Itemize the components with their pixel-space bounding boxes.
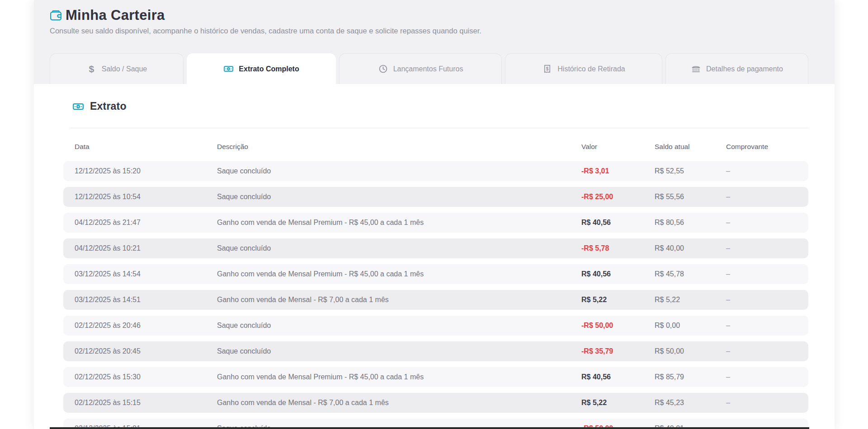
page-subtitle: Consulte seu saldo disponível, acompanhe… xyxy=(34,23,835,35)
transaction-value: R$ 5,22 xyxy=(581,399,655,407)
section-head: Extrato xyxy=(72,100,835,112)
panel-header: Minha Carteira Consulte seu saldo dispon… xyxy=(34,0,835,84)
section-title: Extrato xyxy=(90,100,127,112)
transaction-date: 12/12/2025 às 10:54 xyxy=(75,193,217,201)
transaction-date: 02/12/2025 às 15:15 xyxy=(75,399,217,407)
transaction-date: 03/12/2025 às 14:54 xyxy=(75,270,217,278)
tab-lancamentos-futuros[interactable]: Lançamentos Futuros xyxy=(339,53,502,84)
transaction-description: Ganho com venda de Mensal Premium - R$ 4… xyxy=(217,373,581,381)
transaction-receipt: – xyxy=(726,193,797,201)
transaction-description: Saque concluído xyxy=(217,322,581,330)
transaction-value: -R$ 3,01 xyxy=(581,167,655,175)
transaction-balance: R$ 0,00 xyxy=(655,322,726,330)
clock-icon xyxy=(378,64,388,74)
column-header-comprovante: Comprovante xyxy=(726,143,797,151)
transaction-description: Ganho com venda de Mensal Premium - R$ 4… xyxy=(217,219,581,227)
table-row: 02/12/2025 às 15:15 Ganho com venda de M… xyxy=(63,393,808,413)
svg-text:$: $ xyxy=(546,66,549,71)
table-row: 03/12/2025 às 14:54 Ganho com venda de M… xyxy=(63,264,808,284)
transaction-receipt: – xyxy=(726,322,797,330)
table-header-row: Data Descrição Valor Saldo atual Comprov… xyxy=(63,143,808,151)
divider xyxy=(70,128,808,128)
transaction-receipt: – xyxy=(726,296,797,304)
transaction-value: -R$ 35,79 xyxy=(581,347,655,355)
transaction-description: Saque concluído xyxy=(217,167,581,175)
transaction-value: R$ 40,56 xyxy=(581,373,655,381)
transaction-description: Saque concluído xyxy=(217,244,581,252)
tab-content-extrato: Extrato Data Descrição Valor Saldo atual… xyxy=(34,100,835,429)
column-header-descricao: Descrição xyxy=(217,143,581,151)
transaction-balance: R$ 85,79 xyxy=(655,373,726,381)
table-row: 02/12/2025 às 20:46 Saque concluído -R$ … xyxy=(63,316,808,336)
title-row: Minha Carteira xyxy=(34,0,835,23)
transaction-value: R$ 40,56 xyxy=(581,270,655,278)
transaction-description: Ganho com venda de Mensal Premium - R$ 4… xyxy=(217,270,581,278)
column-header-valor: Valor xyxy=(581,143,655,151)
transaction-date: 02/12/2025 às 20:46 xyxy=(75,322,217,330)
banknote-icon xyxy=(72,101,84,112)
transaction-date: 02/12/2025 às 15:30 xyxy=(75,373,217,381)
bank-icon xyxy=(691,64,701,74)
transaction-description: Ganho com venda de Mensal - R$ 7,00 a ca… xyxy=(217,296,581,304)
column-header-saldo-atual: Saldo atual xyxy=(655,143,726,151)
transaction-description: Saque concluído xyxy=(217,193,581,201)
page-title: Minha Carteira xyxy=(66,7,165,23)
table-row: 03/12/2025 às 14:51 Ganho com venda de M… xyxy=(63,290,808,310)
dollar-icon: $ xyxy=(86,64,97,74)
viewport-bottom-bar xyxy=(50,427,809,429)
column-header-data: Data xyxy=(75,143,217,151)
transaction-balance: R$ 5,22 xyxy=(655,296,726,304)
receipt-dollar-icon: $ xyxy=(542,64,552,74)
table-row: 04/12/2025 às 10:21 Saque concluído -R$ … xyxy=(63,238,808,258)
tab-detalhes-pagamento[interactable]: Detalhes de pagamento xyxy=(665,53,808,84)
transaction-balance: R$ 52,55 xyxy=(655,167,726,175)
transaction-date: 04/12/2025 às 21:47 xyxy=(75,219,217,227)
transaction-balance: R$ 50,00 xyxy=(655,347,726,355)
wallet-icon xyxy=(49,9,63,23)
transaction-balance: R$ 40,00 xyxy=(655,244,726,252)
transaction-balance: R$ 45,78 xyxy=(655,270,726,278)
transaction-receipt: – xyxy=(726,270,797,278)
banknote-icon xyxy=(223,64,234,74)
transaction-receipt: – xyxy=(726,167,797,175)
transaction-value: -R$ 5,78 xyxy=(581,244,655,252)
transaction-description: Ganho com venda de Mensal - R$ 7,00 a ca… xyxy=(217,399,581,407)
transaction-receipt: – xyxy=(726,373,797,381)
tab-strip: $ Saldo / Saque Extrato Completo xyxy=(34,53,835,84)
transaction-date: 03/12/2025 às 14:51 xyxy=(75,296,217,304)
wallet-panel: Minha Carteira Consulte seu saldo dispon… xyxy=(34,0,835,429)
tab-label: Histórico de Retirada xyxy=(557,65,625,73)
transaction-date: 04/12/2025 às 10:21 xyxy=(75,244,217,252)
tab-saldo-saque[interactable]: $ Saldo / Saque xyxy=(50,53,184,84)
tab-label: Saldo / Saque xyxy=(102,65,147,73)
transaction-value: -R$ 50,00 xyxy=(581,322,655,330)
tab-label: Extrato Completo xyxy=(239,65,299,73)
table-row: 12/12/2025 às 15:20 Saque concluído -R$ … xyxy=(63,161,808,181)
transaction-date: 02/12/2025 às 20:45 xyxy=(75,347,217,355)
transaction-balance: R$ 80,56 xyxy=(655,219,726,227)
table-row: 02/12/2025 às 20:45 Saque concluído -R$ … xyxy=(63,341,808,361)
table-row: 12/12/2025 às 10:54 Saque concluído -R$ … xyxy=(63,187,808,207)
transactions-list: 12/12/2025 às 15:20 Saque concluído -R$ … xyxy=(63,161,808,429)
transaction-receipt: – xyxy=(726,399,797,407)
transaction-value: R$ 5,22 xyxy=(581,296,655,304)
table-row: 04/12/2025 às 21:47 Ganho com venda de M… xyxy=(63,213,808,233)
transaction-balance: R$ 55,56 xyxy=(655,193,726,201)
transaction-receipt: – xyxy=(726,244,797,252)
tab-historico-retirada[interactable]: $ Histórico de Retirada xyxy=(505,53,662,84)
transaction-value: R$ 40,56 xyxy=(581,219,655,227)
tab-extrato-completo[interactable]: Extrato Completo xyxy=(187,53,336,84)
tab-label: Lançamentos Futuros xyxy=(393,65,463,73)
tab-label: Detalhes de pagamento xyxy=(706,65,783,73)
transaction-receipt: – xyxy=(726,347,797,355)
table-row: 02/12/2025 às 15:30 Ganho com venda de M… xyxy=(63,367,808,387)
transaction-value: -R$ 25,00 xyxy=(581,193,655,201)
transaction-description: Saque concluído xyxy=(217,347,581,355)
transaction-receipt: – xyxy=(726,219,797,227)
transaction-balance: R$ 45,23 xyxy=(655,399,726,407)
transaction-date: 12/12/2025 às 15:20 xyxy=(75,167,217,175)
